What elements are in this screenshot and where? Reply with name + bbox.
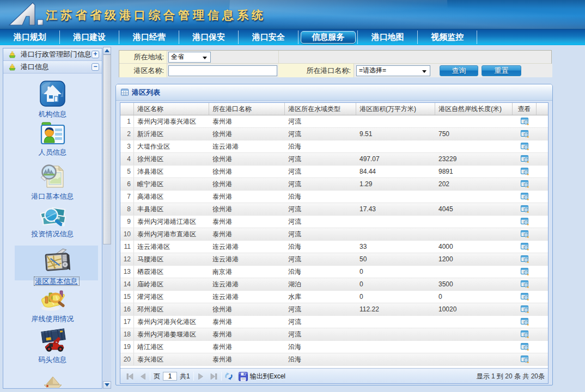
refresh-button[interactable] [224,371,234,381]
table-row[interactable]: 6睢宁港区徐州港河流1.29202 [120,178,548,191]
sidebar: 港口行政管理部门信息 + 港口信息 − 机构信息 人员信息 港口基本信息 投资情… [3,48,102,389]
column-header[interactable]: 港区自然岸线长度(米) [435,103,513,115]
table-row[interactable]: 15灌河港区连云港港水库00 [120,291,548,303]
nav-item-port-construction[interactable]: 港口建设 [60,29,120,45]
view-detail-icon [521,356,529,363]
sidebar-item-port-basic-info[interactable]: 港口基本信息 [3,163,102,200]
column-header[interactable]: 查看 [513,103,537,115]
table-row[interactable]: 1泰州内河港泰兴港区泰州港河流 [120,115,548,128]
first-page-button[interactable] [125,371,135,381]
column-header[interactable]: 港区名称 [134,103,209,115]
table-row[interactable]: 10泰州内河港市直港区泰州港河流 [120,228,548,241]
table-row[interactable]: 14庙岭港区连云港港湖泊03500 [120,278,548,291]
view-detail-button[interactable] [513,128,537,140]
column-header[interactable]: 港区面积(万平方米) [356,103,435,115]
next-page-button[interactable] [196,371,206,381]
view-detail-button[interactable] [513,291,537,303]
port-name-select[interactable]: =请选择= [356,65,430,76]
nav-item-port-map[interactable]: 港口地图 [358,29,418,45]
cell-rownum: 16 [120,303,134,315]
cell-port-name: 泰州港 [209,115,285,127]
sidebar-group-admin-dept[interactable]: 港口行政管理部门信息 + [3,48,102,61]
page-number-input[interactable] [163,372,177,381]
table-row[interactable]: 9泰州内河港靖江港区泰州港河流 [120,216,548,228]
sidebar-scrollbar[interactable] [103,47,111,389]
view-detail-button[interactable] [513,241,537,253]
scrollbar-thumb[interactable] [103,54,111,244]
area-name-input[interactable] [168,65,277,76]
last-page-button[interactable] [209,371,219,381]
sidebar-item-shoreline-usage[interactable]: 岸线使用情况 [3,290,102,323]
table-row[interactable]: 20泰兴港区泰州港沿海 [120,353,548,366]
table-row[interactable]: 3大堤作业区连云港港沿海 [120,140,548,153]
sidebar-item-dock-info[interactable]: 码头信息 [3,327,102,364]
view-detail-button[interactable] [513,115,537,127]
table-row[interactable]: 19靖江港区泰州港沿海 [120,341,548,353]
sidebar-item-label: 港区基本信息 [34,277,80,286]
view-detail-button[interactable] [513,216,537,228]
table-row[interactable]: 4徐州港区徐州港河流497.0723229 [120,153,548,166]
cell-area-name: 泰州内河港兴化港区 [134,316,209,328]
view-detail-button[interactable] [513,278,537,290]
expand-plus-button[interactable]: + [92,51,99,58]
cell-area-size [356,140,435,152]
sidebar-item-port-area-basic-info[interactable]: 港区基本信息 [15,246,98,280]
reset-button[interactable]: 重置 [482,65,521,76]
view-detail-button[interactable] [513,203,537,215]
toolbar-separator [193,372,194,381]
column-header[interactable]: 所在港口名称 [209,103,285,115]
table-row[interactable]: 7高港港区泰州港沿海 [120,191,548,203]
collapse-minus-button[interactable]: − [92,63,99,71]
sidebar-item-dock-next[interactable] [3,377,102,388]
view-detail-button[interactable] [513,228,537,240]
query-button[interactable]: 查询 [440,65,478,76]
view-detail-icon [521,318,529,326]
scroll-down-button[interactable] [103,381,111,389]
scroll-up-button[interactable] [103,47,111,54]
table-row[interactable]: 16邳州港区徐州港河流112.2210020 [120,303,548,316]
view-detail-icon [521,130,529,138]
region-select[interactable]: 全省 [168,52,211,63]
nav-item-port-operation[interactable]: 港口经营 [119,29,179,45]
nav-item-port-planning[interactable]: 港口规划 [0,29,60,45]
cell-water-type: 沿海 [285,140,356,152]
table-row[interactable]: 18泰州内河港姜堰港区泰州港河流 [120,328,548,341]
nav-item-info-service[interactable]: 信息服务 [298,29,358,45]
table-row[interactable]: 13栖霞港区南京港沿海0 [120,266,548,278]
export-excel-button[interactable]: 输出到Excel [239,372,285,381]
view-detail-button[interactable] [513,166,537,177]
view-detail-button[interactable] [513,266,537,278]
sidebar-menu: 机构信息 人员信息 港口基本信息 投资情况信息 港区基本信息 岸线使用情况 码头… [3,74,102,388]
grid-panel: 港区列表 港区名称所在港口名称港区所在水域类型港区面积(万平方米)港区自然岸线长… [115,84,553,385]
table-row[interactable]: 2新沂港区徐州港河流9.51750 [120,128,548,140]
sidebar-group-port-info[interactable]: 港口信息 − [3,61,102,74]
view-detail-button[interactable] [513,178,537,190]
view-detail-button[interactable] [513,341,537,353]
view-detail-button[interactable] [513,316,537,328]
cell-area-size [356,115,435,127]
column-header[interactable]: 港区所在水域类型 [285,103,356,115]
prev-page-button[interactable] [138,371,148,381]
view-detail-button[interactable] [513,153,537,165]
nav-item-port-security[interactable]: 港口保安 [179,29,239,45]
view-detail-button[interactable] [513,303,537,315]
cell-rownum: 2 [120,128,134,140]
table-row[interactable]: 5沛县港区徐州港河流84.449891 [120,166,548,178]
view-detail-button[interactable] [513,328,537,340]
view-detail-button[interactable] [513,253,537,265]
nav-item-port-safety[interactable]: 港口安全 [239,29,298,45]
sidebar-item-investment-info[interactable]: 投资情况信息 [3,207,102,238]
cell-filler [537,115,548,127]
view-detail-button[interactable] [513,140,537,152]
sidebar-item-personnel-info[interactable]: 人员信息 [3,122,102,156]
table-row[interactable]: 12马腰港区连云港港河流501200 [120,253,548,266]
table-icon [121,89,129,96]
view-detail-button[interactable] [513,353,537,365]
sidebar-item-label: 机构信息 [39,110,67,118]
view-detail-button[interactable] [513,191,537,203]
sidebar-item-org-info[interactable]: 机构信息 [3,81,102,118]
table-row[interactable]: 8丰县港区徐州港河流17.434045 [120,203,548,216]
nav-item-video-monitor[interactable]: 视频监控 [418,29,478,45]
table-row[interactable]: 11连云港港区连云港港沿海334000 [120,241,548,253]
table-row[interactable]: 17泰州内河港兴化港区泰州港河流 [120,316,548,328]
